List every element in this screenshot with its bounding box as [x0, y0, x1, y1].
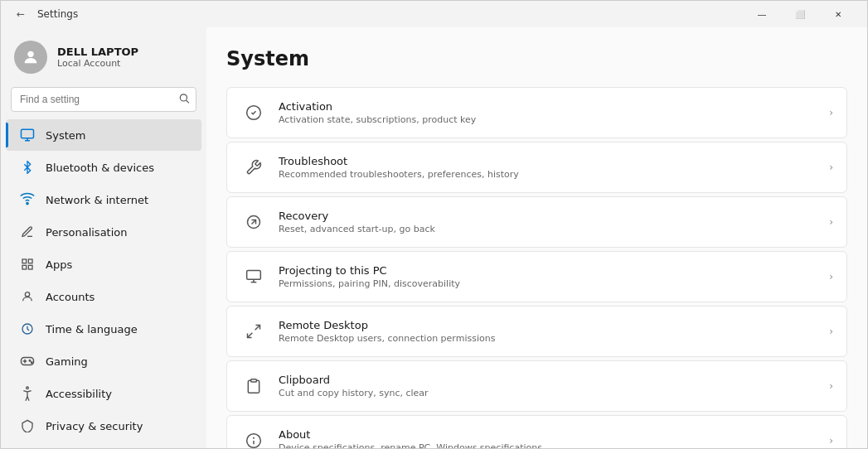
clipboard-icon	[240, 373, 267, 399]
remote-desktop-title: Remote Desktop	[279, 319, 829, 331]
sidebar-label-privacy: Privacy & security	[46, 420, 143, 432]
projecting-text: Projecting to this PC Permissions, pairi…	[279, 264, 829, 289]
network-icon	[19, 191, 36, 208]
sidebar: DELL LAPTOP Local Account	[1, 27, 206, 448]
sidebar-label-network: Network & internet	[46, 194, 148, 206]
clipboard-desc: Cut and copy history, sync, clear	[279, 388, 829, 398]
sidebar-item-accounts[interactable]: Accounts	[6, 281, 201, 312]
back-button[interactable]: ←	[11, 4, 31, 24]
activation-desc: Activation state, subscriptions, product…	[279, 114, 829, 125]
recovery-text: Recovery Reset, advanced start-up, go ba…	[279, 210, 829, 234]
apps-icon	[19, 256, 36, 273]
svg-rect-22	[247, 271, 261, 280]
activation-text: Activation Activation state, subscriptio…	[279, 100, 829, 125]
svg-line-2	[187, 100, 189, 103]
system-icon	[19, 127, 36, 143]
sidebar-label-accessibility: Accessibility	[46, 388, 112, 400]
close-button[interactable]: ✕	[819, 1, 857, 27]
svg-rect-3	[22, 129, 34, 138]
sidebar-item-privacy[interactable]: Privacy & security	[6, 410, 201, 442]
sidebar-item-system[interactable]: System	[6, 119, 201, 151]
svg-point-1	[180, 94, 187, 101]
page-title: System	[226, 47, 847, 70]
about-chevron: ›	[829, 435, 833, 447]
setting-item-activation[interactable]: Activation Activation state, subscriptio…	[226, 87, 847, 138]
setting-item-troubleshoot[interactable]: Troubleshoot Recommended troubleshooters…	[226, 142, 847, 193]
setting-item-projecting[interactable]: Projecting to this PC Permissions, pairi…	[226, 251, 847, 302]
personalisation-icon	[19, 224, 36, 240]
avatar	[14, 41, 47, 74]
settings-list: Activation Activation state, subscriptio…	[226, 87, 847, 448]
sidebar-item-bluetooth[interactable]: Bluetooth & devices	[6, 152, 201, 183]
projecting-icon	[240, 263, 267, 290]
minimize-button[interactable]: —	[743, 1, 781, 27]
sidebar-item-windows-update[interactable]: Windows Update	[6, 442, 201, 448]
activation-chevron: ›	[829, 107, 833, 118]
remote-desktop-icon	[240, 318, 267, 345]
projecting-title: Projecting to this PC	[279, 264, 829, 277]
user-account-type: Local Account	[57, 58, 138, 69]
sidebar-label-system: System	[46, 129, 85, 142]
about-desc: Device specifications, rename PC, Window…	[279, 442, 829, 448]
maximize-button[interactable]: ⬜	[781, 1, 819, 27]
bluetooth-icon	[19, 159, 36, 176]
svg-point-17	[29, 360, 31, 362]
activation-title: Activation	[279, 100, 829, 113]
search-box	[11, 87, 196, 112]
search-input[interactable]	[11, 87, 196, 112]
accessibility-icon	[19, 385, 36, 402]
recovery-chevron: ›	[829, 216, 833, 228]
setting-item-remote-desktop[interactable]: Remote Desktop Remote Desktop users, con…	[226, 306, 847, 357]
nav-items: System Bluetooth & devices Network & int…	[1, 118, 206, 448]
sidebar-item-apps[interactable]: Apps	[6, 249, 201, 280]
svg-line-26	[248, 333, 253, 338]
gaming-icon	[19, 353, 36, 369]
sidebar-item-network[interactable]: Network & internet	[6, 184, 201, 215]
projecting-desc: Permissions, pairing PIN, discoverabilit…	[279, 278, 829, 289]
recovery-title: Recovery	[279, 210, 829, 222]
svg-point-6	[27, 202, 28, 204]
projecting-chevron: ›	[829, 271, 833, 282]
user-info: DELL LAPTOP Local Account	[57, 46, 138, 69]
svg-rect-27	[251, 379, 257, 382]
clipboard-title: Clipboard	[279, 374, 829, 386]
about-title: About	[279, 428, 829, 441]
svg-rect-8	[28, 259, 32, 263]
svg-rect-7	[22, 259, 27, 263]
clipboard-chevron: ›	[829, 380, 833, 392]
svg-line-25	[255, 326, 260, 331]
sidebar-item-time[interactable]: Time & language	[6, 313, 201, 345]
svg-rect-10	[22, 265, 27, 269]
activation-icon	[240, 99, 267, 126]
privacy-icon	[19, 418, 36, 434]
setting-item-clipboard[interactable]: Clipboard Cut and copy history, sync, cl…	[226, 360, 847, 412]
sidebar-item-gaming[interactable]: Gaming	[6, 345, 201, 377]
setting-item-about[interactable]: About Device specifications, rename PC, …	[226, 415, 847, 448]
troubleshoot-text: Troubleshoot Recommended troubleshooters…	[279, 155, 829, 180]
sidebar-label-gaming: Gaming	[46, 355, 88, 368]
remote-desktop-chevron: ›	[829, 326, 833, 337]
accounts-icon	[19, 288, 36, 305]
user-profile: DELL LAPTOP Local Account	[1, 27, 206, 84]
svg-point-0	[27, 51, 33, 57]
sidebar-label-time: Time & language	[46, 323, 138, 336]
sidebar-item-personalisation[interactable]: Personalisation	[6, 216, 201, 248]
clipboard-text: Clipboard Cut and copy history, sync, cl…	[279, 374, 829, 398]
user-name: DELL LAPTOP	[57, 46, 138, 58]
sidebar-label-apps: Apps	[46, 258, 72, 271]
svg-point-11	[25, 292, 29, 297]
troubleshoot-icon	[240, 154, 267, 181]
about-text: About Device specifications, rename PC, …	[279, 428, 829, 448]
troubleshoot-title: Troubleshoot	[279, 155, 829, 167]
setting-item-recovery[interactable]: Recovery Reset, advanced start-up, go ba…	[226, 196, 847, 248]
recovery-desc: Reset, advanced start-up, go back	[279, 224, 829, 234]
svg-point-18	[32, 362, 33, 364]
svg-point-19	[27, 387, 29, 389]
window-controls: — ⬜ ✕	[743, 1, 857, 27]
sidebar-item-accessibility[interactable]: Accessibility	[6, 378, 201, 409]
troubleshoot-chevron: ›	[829, 162, 833, 173]
time-icon	[19, 321, 36, 337]
titlebar: ← Settings — ⬜ ✕	[1, 1, 867, 27]
svg-rect-9	[28, 265, 32, 269]
main-content: System Activation Activation state, subs…	[206, 27, 867, 448]
